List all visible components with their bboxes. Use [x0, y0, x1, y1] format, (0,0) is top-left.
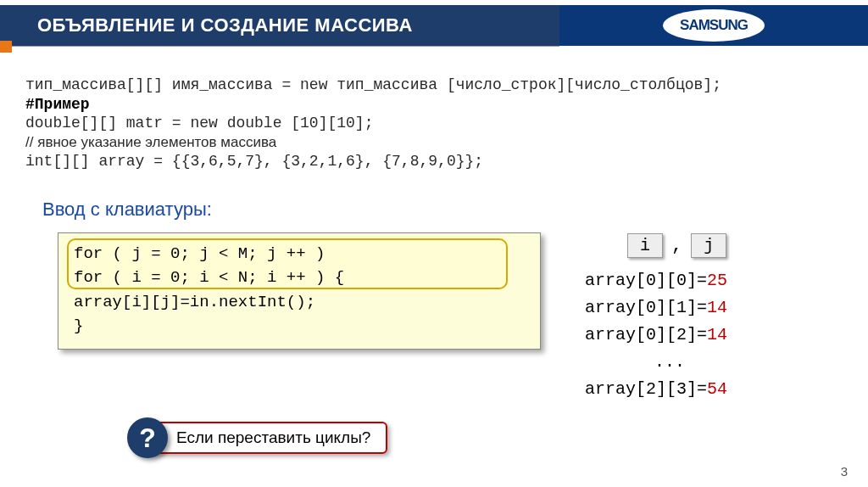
- page-number: 3: [841, 464, 848, 479]
- question-callout: ? Если переставить циклы?: [127, 417, 387, 458]
- samsung-logo: SAMSUNG: [663, 9, 765, 42]
- title-underline: [12, 46, 559, 47]
- question-text: Если переставить циклы?: [147, 422, 387, 454]
- page-title: ОБЪЯВЛЕНИЕ И СОЗДАНИЕ МАССИВА: [37, 14, 413, 36]
- i-label: i: [627, 233, 663, 258]
- code-line-2: for ( i = 0; i < N; i ++ ) {: [74, 266, 525, 290]
- section-title: Ввод с клавиатуры:: [42, 199, 841, 221]
- code-line-1: for ( j = 0; j < M; j ++ ): [74, 242, 525, 266]
- code-block: for ( j = 0; j < M; j ++ ) for ( i = 0; …: [58, 232, 541, 350]
- output-row-2: array[0][2]=14: [585, 322, 754, 349]
- question-mark-icon: ?: [127, 417, 168, 458]
- output-row-1: array[0][1]=14: [585, 294, 754, 322]
- logo-text: SAMSUNG: [680, 17, 748, 34]
- slide-header: ОБЪЯВЛЕНИЕ И СОЗДАНИЕ МАССИВА SAMSUNG: [0, 0, 868, 49]
- comma: ,: [670, 235, 684, 256]
- logo-bar: SAMSUNG: [559, 5, 868, 46]
- j-label: j: [691, 233, 726, 258]
- array-output: array[0][0]=25 array[0][1]=14 array[0][2…: [585, 267, 754, 403]
- accent-square: [0, 41, 12, 53]
- syntax-declaration: тип_массива[][] имя_массива = new тип_ма…: [25, 75, 841, 96]
- code-line-3: array[i][j]=in.nextInt();: [74, 290, 525, 315]
- example-code: double[][] matr = new double [10][10];: [25, 113, 841, 134]
- comment-line: // явное указание элементов массива: [25, 134, 841, 151]
- index-labels: i , j: [627, 233, 726, 258]
- array-literal: int[][] array = {{3,6,5,7}, {3,2,1,6}, {…: [25, 151, 841, 172]
- output-row-last: array[2][3]=54: [585, 376, 754, 403]
- code-line-4: }: [74, 314, 525, 339]
- example-label: #Пример: [25, 96, 841, 113]
- title-bar: ОБЪЯВЛЕНИЕ И СОЗДАНИЕ МАССИВА: [0, 5, 559, 46]
- output-row-0: array[0][0]=25: [585, 267, 754, 294]
- output-dots: ...: [585, 349, 754, 376]
